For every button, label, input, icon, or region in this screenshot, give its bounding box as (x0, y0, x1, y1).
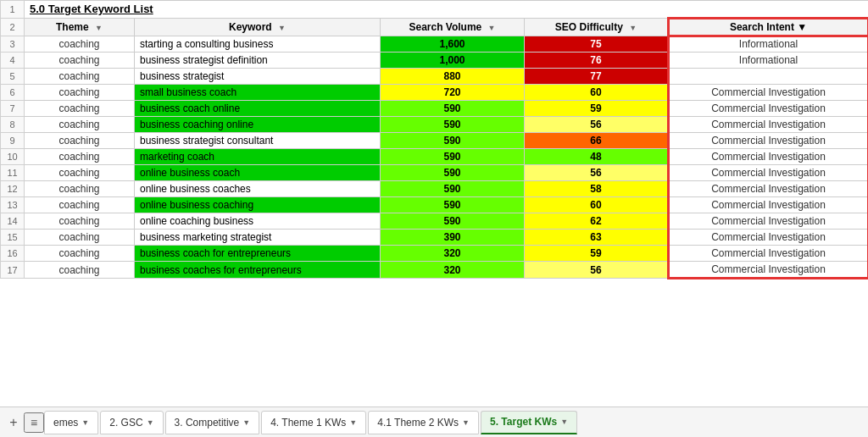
intent-cell: Commercial Investigation (669, 117, 869, 133)
volume-cell: 590 (381, 197, 525, 213)
difficulty-cell: 56 (525, 117, 669, 133)
row-num-8: 8 (1, 117, 25, 133)
table-row: 7coachingbusiness coach online59059Comme… (1, 101, 869, 117)
difficulty-cell: 63 (525, 230, 669, 246)
volume-cell: 1,000 (381, 53, 525, 69)
theme-cell: coaching (25, 53, 135, 69)
theme-cell: coaching (25, 69, 135, 85)
intent-cell: Commercial Investigation (669, 101, 869, 117)
header-difficulty[interactable]: SEO Difficulty ▼ (525, 19, 669, 36)
volume-cell: 590 (381, 133, 525, 149)
sheets-menu-button[interactable]: ≡ (24, 412, 44, 433)
row-num-16: 16 (1, 246, 25, 262)
keyword-cell: starting a consulting business (135, 36, 381, 53)
keyword-cell: business strategist definition (135, 53, 381, 69)
filter-icon-theme[interactable]: ▼ (95, 24, 103, 32)
add-sheet-button[interactable]: + (3, 412, 24, 433)
tab-theme1kws[interactable]: 4. Theme 1 KWs ▼ (261, 411, 366, 434)
tab-themes[interactable]: emes ▼ (44, 411, 98, 434)
keyword-cell: business marketing strategist (135, 230, 381, 246)
filter-icon-difficulty[interactable]: ▼ (629, 24, 637, 32)
row-num-7: 7 (1, 101, 25, 117)
difficulty-cell: 58 (525, 181, 669, 197)
keyword-cell: business coach online (135, 101, 381, 117)
table-row: 9coachingbusiness strategist consultant5… (1, 133, 869, 149)
theme-cell: coaching (25, 181, 135, 197)
volume-cell: 390 (381, 230, 525, 246)
theme-cell: coaching (25, 36, 135, 53)
difficulty-cell: 76 (525, 53, 669, 69)
row-num-4: 4 (1, 53, 25, 69)
difficulty-cell: 56 (525, 165, 669, 181)
intent-cell: Commercial Investigation (669, 197, 869, 213)
theme-cell: coaching (25, 230, 135, 246)
tab-theme2kws[interactable]: 4.1 Theme 2 KWs ▼ (368, 411, 479, 434)
theme-cell: coaching (25, 133, 135, 149)
row-num-9: 9 (1, 133, 25, 149)
theme-cell: coaching (25, 85, 135, 101)
theme-cell: coaching (25, 262, 135, 279)
filter-icon-keyword[interactable]: ▼ (278, 24, 286, 32)
row-num-6: 6 (1, 85, 25, 101)
tab-gsc-arrow: ▼ (147, 418, 154, 427)
intent-cell (669, 69, 869, 85)
table-row: 6coachingsmall business coach72060Commer… (1, 85, 869, 101)
table-row: 17coachingbusiness coaches for entrepren… (1, 262, 869, 279)
header-intent[interactable]: Search Intent ▼ (669, 19, 869, 36)
keyword-cell: business coach for entrepreneurs (135, 246, 381, 262)
table-row: 3coachingstarting a consulting business1… (1, 36, 869, 53)
theme-cell: coaching (25, 101, 135, 117)
table-row: 16coachingbusiness coach for entrepreneu… (1, 246, 869, 262)
tab-targetkws[interactable]: 5. Target KWs ▼ (481, 411, 577, 434)
intent-cell: Commercial Investigation (669, 165, 869, 181)
volume-cell: 590 (381, 101, 525, 117)
tab-competitive-arrow: ▼ (242, 418, 250, 427)
row-num-12: 12 (1, 181, 25, 197)
keyword-cell: small business coach (135, 85, 381, 101)
filter-icon-intent[interactable]: ▼ (797, 21, 807, 33)
header-theme[interactable]: Theme ▼ (25, 19, 135, 36)
table-row: 10coachingmarketing coach59048Commercial… (1, 149, 869, 165)
row-num-15: 15 (1, 230, 25, 246)
row-num-13: 13 (1, 197, 25, 213)
table-row: 4coachingbusiness strategist definition1… (1, 53, 869, 69)
header-keyword[interactable]: Keyword ▼ (135, 19, 381, 36)
table-wrapper: 1 5.0 Target Keyword List 2 Theme ▼ Keyw… (0, 0, 868, 407)
table-row: 15coachingbusiness marketing strategist3… (1, 230, 869, 246)
keyword-cell: online business coach (135, 165, 381, 181)
volume-cell: 590 (381, 213, 525, 230)
filter-icon-volume[interactable]: ▼ (488, 24, 496, 32)
keyword-cell: business strategist (135, 69, 381, 85)
table-row: 5coachingbusiness strategist88077 (1, 69, 869, 85)
volume-cell: 590 (381, 181, 525, 197)
row-num-2: 2 (1, 19, 25, 36)
keyword-cell: business strategist consultant (135, 133, 381, 149)
tab-theme1kws-arrow: ▼ (349, 418, 357, 427)
row-num-11: 11 (1, 165, 25, 181)
tab-gsc[interactable]: 2. GSC ▼ (100, 411, 163, 434)
theme-cell: coaching (25, 165, 135, 181)
keyword-cell: online business coaches (135, 181, 381, 197)
row-num-1: 1 (1, 1, 25, 19)
tab-targetkws-arrow: ▼ (560, 418, 568, 426)
theme-cell: coaching (25, 197, 135, 213)
intent-cell: Informational (669, 53, 869, 69)
theme-cell: coaching (25, 213, 135, 230)
intent-cell: Commercial Investigation (669, 230, 869, 246)
volume-cell: 1,600 (381, 36, 525, 53)
volume-cell: 880 (381, 69, 525, 85)
difficulty-cell: 48 (525, 149, 669, 165)
theme-cell: coaching (25, 246, 135, 262)
volume-cell: 590 (381, 117, 525, 133)
header-volume[interactable]: Search Volume ▼ (381, 19, 525, 36)
title-row: 1 5.0 Target Keyword List (1, 1, 869, 19)
keyword-cell: marketing coach (135, 149, 381, 165)
tab-bar: + ≡ emes ▼ 2. GSC ▼ 3. Competitive ▼ 4. … (0, 407, 868, 437)
tab-competitive[interactable]: 3. Competitive ▼ (165, 411, 260, 434)
volume-cell: 320 (381, 262, 525, 279)
intent-cell: Commercial Investigation (669, 262, 869, 279)
data-table: 1 5.0 Target Keyword List 2 Theme ▼ Keyw… (0, 0, 868, 279)
tab-theme2kws-arrow: ▼ (462, 418, 470, 427)
volume-cell: 320 (381, 246, 525, 262)
keyword-cell: business coaching online (135, 117, 381, 133)
